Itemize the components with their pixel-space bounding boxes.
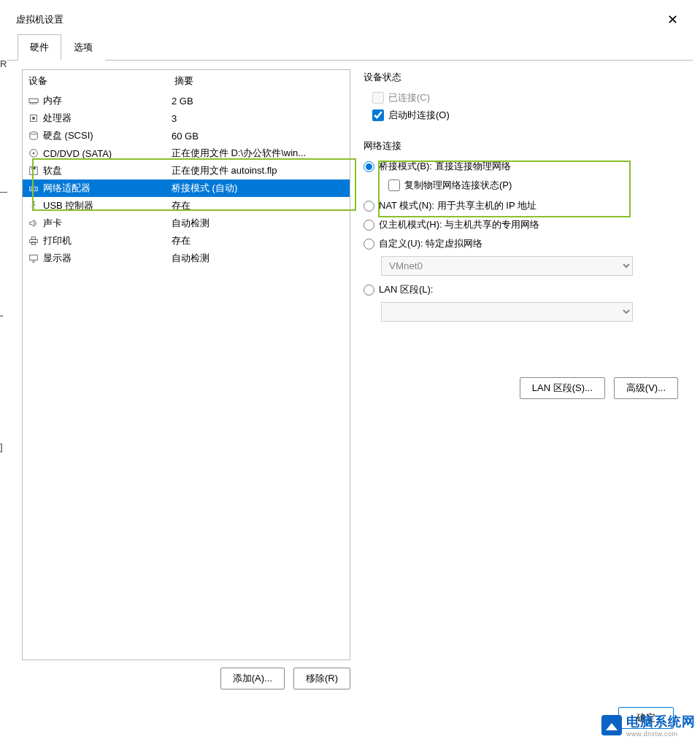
device-summary: 自动检测 bbox=[172, 252, 209, 265]
device-summary: 存在 bbox=[172, 199, 191, 212]
device-summary: 60 GB bbox=[172, 131, 199, 142]
watermark-sub: www.dnxtw.com bbox=[626, 730, 696, 738]
hostonly-row[interactable]: 仅主机模式(H): 与主机共享的专用网络 bbox=[364, 218, 678, 231]
device-row-disk[interactable]: 硬盘 (SCSI) 60 GB bbox=[23, 127, 350, 144]
network-icon bbox=[27, 183, 40, 193]
svg-rect-6 bbox=[32, 117, 35, 120]
device-name: 声卡 bbox=[43, 217, 172, 230]
device-summary: 正在使用文件 D:\办公软件\win... bbox=[172, 147, 306, 160]
device-summary: 自动检测 bbox=[172, 217, 209, 230]
connect-startup-row[interactable]: 启动时连接(O) bbox=[372, 109, 678, 122]
bridged-row[interactable]: 桥接模式(B): 直接连接物理网络 bbox=[364, 160, 678, 173]
left-buttons: 添加(A)... 移除(R) bbox=[22, 668, 350, 689]
custom-label: 自定义(U): 特定虚拟网络 bbox=[379, 237, 482, 250]
network-group: 网络连接 桥接模式(B): 直接连接物理网络 复制物理网络连接状态(P) NAT… bbox=[364, 139, 678, 322]
device-name: 网络适配器 bbox=[43, 182, 172, 195]
titlebar: 虚拟机设置 ✕ bbox=[7, 6, 693, 34]
device-name: 打印机 bbox=[43, 234, 172, 247]
lan-select-row bbox=[381, 302, 678, 322]
device-summary: 正在使用文件 autoinst.flp bbox=[172, 164, 277, 177]
device-row-memory[interactable]: 内存 2 GB bbox=[23, 92, 350, 109]
header-device: 设备 bbox=[28, 74, 174, 88]
lan-label: LAN 区段(L): bbox=[379, 283, 433, 296]
svg-rect-0 bbox=[29, 98, 38, 102]
right-panel: 设备状态 已连接(C) 启动时连接(O) 网络连接 桥接模式(B): 直接连接物… bbox=[364, 69, 678, 689]
device-list[interactable]: 设备 摘要 内存 2 GB 处理器 3 硬盘 (SCSI) 60 GB bbox=[22, 69, 350, 660]
device-list-header: 设备 摘要 bbox=[23, 70, 350, 92]
svg-point-15 bbox=[33, 201, 35, 203]
hostonly-label: 仅主机模式(H): 与主机共享的专用网络 bbox=[379, 218, 539, 231]
display-icon bbox=[27, 253, 40, 263]
connected-checkbox bbox=[372, 92, 384, 104]
hostonly-radio[interactable] bbox=[364, 220, 374, 231]
advanced-button[interactable]: 高级(V)... bbox=[614, 377, 678, 399]
close-icon[interactable]: ✕ bbox=[663, 12, 682, 28]
nat-radio[interactable] bbox=[364, 201, 374, 212]
left-edge-decoration: R — ˇ ] bbox=[0, 58, 6, 452]
lan-radio[interactable] bbox=[364, 285, 374, 295]
tab-bar: 硬件 选项 bbox=[7, 34, 693, 61]
connected-row: 已连接(C) bbox=[372, 91, 678, 104]
svg-point-9 bbox=[33, 152, 35, 155]
device-name: 硬盘 (SCSI) bbox=[43, 129, 172, 142]
device-row-cpu[interactable]: 处理器 3 bbox=[23, 109, 350, 127]
vm-settings-dialog: 虚拟机设置 ✕ 硬件 选项 设备 摘要 内存 2 GB 处理器 3 bbox=[7, 6, 693, 742]
lan-segments-button[interactable]: LAN 区段(S)... bbox=[520, 377, 605, 399]
connected-label: 已连接(C) bbox=[388, 91, 430, 104]
bridged-radio[interactable] bbox=[364, 161, 374, 172]
cpu-icon bbox=[27, 113, 40, 123]
nat-row[interactable]: NAT 模式(N): 用于共享主机的 IP 地址 bbox=[364, 199, 678, 212]
lan-row[interactable]: LAN 区段(L): bbox=[364, 283, 678, 296]
device-row-floppy[interactable]: 软盘 正在使用文件 autoinst.flp bbox=[23, 162, 350, 179]
device-summary: 3 bbox=[172, 113, 177, 124]
content-area: 设备 摘要 内存 2 GB 处理器 3 硬盘 (SCSI) 60 GB bbox=[7, 61, 693, 698]
device-name: 内存 bbox=[43, 94, 172, 107]
bridged-label: 桥接模式(B): 直接连接物理网络 bbox=[379, 160, 511, 173]
device-name: 显示器 bbox=[43, 252, 172, 265]
custom-radio[interactable] bbox=[364, 239, 374, 250]
svg-point-14 bbox=[35, 188, 36, 190]
floppy-icon bbox=[27, 166, 40, 176]
network-label: 网络连接 bbox=[364, 139, 678, 152]
device-status-label: 设备状态 bbox=[364, 71, 678, 84]
replicate-row[interactable]: 复制物理网络连接状态(P) bbox=[388, 179, 678, 192]
cd-icon bbox=[27, 148, 40, 158]
connect-startup-checkbox[interactable] bbox=[372, 109, 384, 121]
add-button[interactable]: 添加(A)... bbox=[220, 668, 285, 689]
tab-options[interactable]: 选项 bbox=[61, 34, 105, 61]
svg-rect-17 bbox=[31, 237, 35, 240]
svg-point-13 bbox=[31, 188, 33, 190]
device-row-network[interactable]: 网络适配器 桥接模式 (自动) bbox=[23, 179, 350, 197]
printer-icon bbox=[27, 236, 40, 246]
device-summary: 2 GB bbox=[172, 96, 193, 107]
svg-point-7 bbox=[30, 132, 38, 135]
watermark-logo-icon bbox=[601, 715, 622, 735]
device-row-cd[interactable]: CD/DVD (SATA) 正在使用文件 D:\办公软件\win... bbox=[23, 144, 350, 162]
remove-button[interactable]: 移除(R) bbox=[293, 668, 350, 689]
left-panel: 设备 摘要 内存 2 GB 处理器 3 硬盘 (SCSI) 60 GB bbox=[22, 69, 350, 689]
device-row-sound[interactable]: 声卡 自动检测 bbox=[23, 215, 350, 232]
device-name: CD/DVD (SATA) bbox=[43, 148, 172, 159]
replicate-checkbox[interactable] bbox=[388, 179, 400, 191]
svg-rect-12 bbox=[30, 187, 38, 190]
header-summary: 摘要 bbox=[174, 74, 193, 88]
replicate-label: 复制物理网络连接状态(P) bbox=[404, 179, 512, 192]
vmnet-row: VMnet0 bbox=[381, 256, 678, 276]
svg-rect-19 bbox=[30, 255, 38, 260]
tab-hardware[interactable]: 硬件 bbox=[18, 34, 61, 61]
watermark-text: 电脑系统网 www.dnxtw.com bbox=[626, 713, 696, 738]
custom-row[interactable]: 自定义(U): 特定虚拟网络 bbox=[364, 237, 678, 250]
device-row-printer[interactable]: 打印机 存在 bbox=[23, 232, 350, 250]
sound-icon bbox=[27, 218, 40, 228]
vmnet-select: VMnet0 bbox=[381, 256, 633, 276]
svg-rect-11 bbox=[31, 167, 35, 170]
memory-icon bbox=[27, 96, 40, 106]
device-row-usb[interactable]: USB 控制器 存在 bbox=[23, 197, 350, 215]
watermark-main: 电脑系统网 bbox=[626, 713, 696, 730]
device-row-display[interactable]: 显示器 自动检测 bbox=[23, 250, 350, 267]
device-name: 软盘 bbox=[43, 164, 172, 177]
device-summary: 桥接模式 (自动) bbox=[172, 182, 237, 195]
usb-icon bbox=[27, 201, 40, 211]
device-summary: 存在 bbox=[172, 234, 191, 247]
lan-select bbox=[381, 302, 633, 322]
